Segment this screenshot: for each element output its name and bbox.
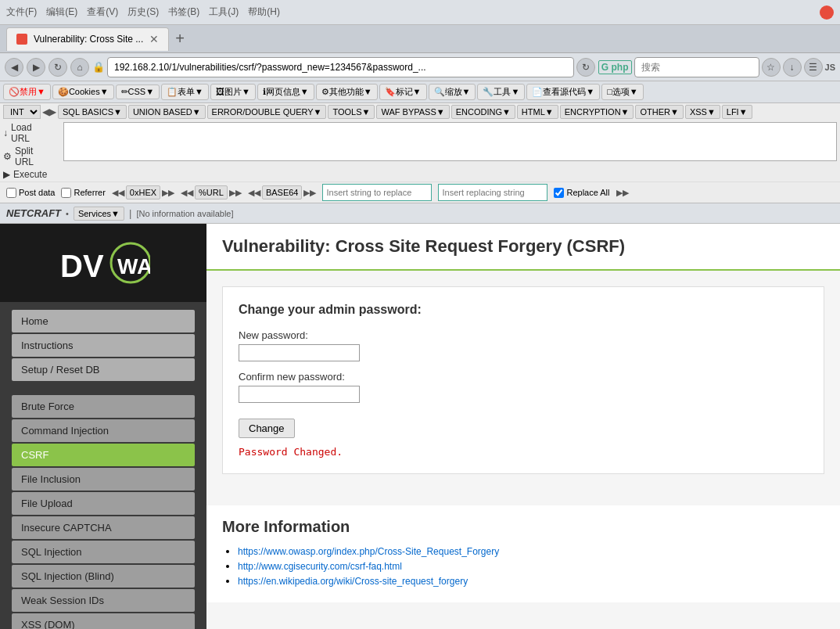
menu-btn[interactable]: ☰ <box>804 58 823 77</box>
browser-titlebar: 文件(F) 编辑(E) 查看(V) 历史(S) 书签(B) 工具(J) 帮助(H… <box>0 0 840 25</box>
reload-btn[interactable]: ↻ <box>48 58 67 77</box>
hackbar-encryption[interactable]: ENCRYPTION▼ <box>560 105 634 119</box>
list-item: https://en.wikipedia.org/wiki/Cross-site… <box>238 575 824 587</box>
sidebar-item-command-injection[interactable]: Command Injection <box>12 419 195 442</box>
replacing-input[interactable] <box>438 184 547 201</box>
sidebar: DV WA Home Instructions Setup / Reset DB… <box>0 224 206 629</box>
bookmark-btn[interactable]: ☆ <box>762 58 781 77</box>
netcraft-services-btn[interactable]: Services▼ <box>74 207 124 221</box>
address-input[interactable] <box>107 57 574 77</box>
hackbar-lfi[interactable]: LFI▼ <box>722 105 752 119</box>
hackbar-html[interactable]: HTML▼ <box>517 105 558 119</box>
postdata-checkbox[interactable] <box>6 188 16 198</box>
sidebar-item-sql-injection-blind[interactable]: SQL Injection (Blind) <box>12 565 195 588</box>
more-info-title: More Information <box>222 518 824 536</box>
encode-0xhex[interactable]: ◀◀ 0xHEX ▶▶ <box>112 185 174 199</box>
hackbar-textarea[interactable] <box>63 122 837 161</box>
misc-btn[interactable]: ⚙其他功能▼ <box>316 84 378 100</box>
content-body: Change your admin password: New password… <box>206 271 840 505</box>
arrow-right-2: ▶▶ <box>303 188 316 198</box>
confirm-password-input[interactable] <box>239 386 360 403</box>
more-info-link-0[interactable]: https://www.owasp.org/index.php/Cross-Si… <box>238 546 499 557</box>
new-password-label: New password: <box>239 329 808 341</box>
arrow-left-1: ◀◀ <box>181 188 193 198</box>
sidebar-item-file-inclusion[interactable]: File Inclusion <box>12 468 195 491</box>
home-btn[interactable]: ⌂ <box>70 58 89 77</box>
sidebar-item-weak-session[interactable]: Weak Session IDs <box>12 589 195 612</box>
hackbar-encoding[interactable]: ENCODING▼ <box>451 105 515 119</box>
sidebar-item-setup[interactable]: Setup / Reset DB <box>12 358 195 381</box>
sidebar-item-brute-force[interactable]: Brute Force <box>12 395 195 418</box>
hackbar-waf[interactable]: WAF BYPASS▼ <box>376 105 449 119</box>
active-tab[interactable]: Vulnerability: Cross Site ... ✕ <box>6 27 169 51</box>
success-message: Password Changed. <box>239 446 808 458</box>
refresh-btn[interactable]: ↻ <box>576 58 595 77</box>
sidebar-item-sql-injection[interactable]: SQL Injection <box>12 541 195 563</box>
replace-all-checkbox[interactable] <box>554 188 564 198</box>
sidebar-vuln-section: Brute Force Command Injection CSRF File … <box>12 395 195 629</box>
new-password-group: New password: <box>239 329 808 361</box>
sidebar-item-xss-dom[interactable]: XSS (DOM) <box>12 613 195 629</box>
int-select[interactable]: INT <box>3 105 41 119</box>
referrer-checkbox-label[interactable]: Referrer <box>61 188 105 198</box>
encode-url[interactable]: ◀◀ %URL ▶▶ <box>181 185 242 199</box>
int-selector[interactable]: INT ◀▶ <box>3 105 56 119</box>
replace-input[interactable] <box>322 184 432 201</box>
encode-url-btn[interactable]: %URL <box>195 185 228 199</box>
search-input[interactable] <box>634 57 759 77</box>
split-url-btn[interactable]: ⚙ Split URL <box>3 146 51 167</box>
hackbar-error[interactable]: ERROR/DOUBLE QUERY▼ <box>207 105 327 119</box>
forward-btn[interactable]: ▶ <box>27 58 45 77</box>
address-bar-row: ◀ ▶ ↻ ⌂ 🔒 ↻ G php ☆ ↓ ☰ JS <box>0 53 840 81</box>
postdata-checkbox-label[interactable]: Post data <box>6 188 55 198</box>
hackbar-xss[interactable]: XSS▼ <box>685 105 720 119</box>
sidebar-main-section: Home Instructions Setup / Reset DB <box>12 310 195 381</box>
images-btn[interactable]: 🖼图片▼ <box>210 84 256 100</box>
dvwa-logo-area: DV WA <box>8 239 199 286</box>
cookies-btn[interactable]: 🍪Cookies▼ <box>52 84 114 99</box>
hackbar-tools[interactable]: TOOLS▼ <box>328 105 375 119</box>
referrer-checkbox[interactable] <box>61 188 71 198</box>
download-btn[interactable]: ↓ <box>783 58 802 77</box>
execute-icon: ▶ <box>3 169 10 180</box>
encode-base64[interactable]: ◀◀ BASE64 ▶▶ <box>248 185 317 199</box>
arrow-left-0: ◀◀ <box>112 188 124 198</box>
options-btn[interactable]: □选项▼ <box>601 84 644 100</box>
change-password-btn[interactable]: Change <box>239 419 295 438</box>
split-url-label: Split URL <box>15 146 51 167</box>
sidebar-item-insecure-captcha[interactable]: Insecure CAPTCHA <box>12 516 195 539</box>
list-item: https://www.owasp.org/index.php/Cross-Si… <box>238 545 824 557</box>
hackbar-union[interactable]: UNION BASED▼ <box>128 105 206 119</box>
replace-all-label[interactable]: Replace All <box>554 188 609 198</box>
search-engine-badge: G php <box>598 60 632 74</box>
more-info-link-2[interactable]: https://en.wikipedia.org/wiki/Cross-site… <box>238 576 468 587</box>
new-tab-btn[interactable]: + <box>169 30 191 48</box>
netcraft-brand: NETCRAFT <box>6 207 61 219</box>
mark-btn[interactable]: 🔖标记▼ <box>379 84 427 100</box>
more-info-link-1[interactable]: http://www.cgisecurity.com/csrf-faq.html <box>238 561 402 572</box>
tab-title: Vulnerability: Cross Site ... <box>34 34 143 45</box>
new-password-input[interactable] <box>239 344 360 361</box>
sidebar-item-home[interactable]: Home <box>12 310 195 332</box>
close-window-btn[interactable] <box>820 5 834 20</box>
sidebar-item-csrf[interactable]: CSRF <box>12 444 195 466</box>
tab-close-btn[interactable]: ✕ <box>149 33 159 45</box>
confirm-password-group: Confirm new password: <box>239 371 808 403</box>
hackbar-other[interactable]: OTHER▼ <box>635 105 683 119</box>
tools-btn[interactable]: 🔧工具▼ <box>477 84 525 100</box>
sidebar-item-instructions[interactable]: Instructions <box>12 334 195 357</box>
source-btn[interactable]: 📄查看源代码▼ <box>526 84 600 100</box>
hackbar-sql-basics[interactable]: SQL BASICS▼ <box>58 105 127 119</box>
pageinfo-btn[interactable]: ℹ网页信息▼ <box>257 84 314 100</box>
sidebar-item-file-upload[interactable]: File Upload <box>12 492 195 515</box>
css-btn[interactable]: ✏CSS▼ <box>116 84 160 99</box>
execute-btn[interactable]: ▶ Execute <box>3 169 51 180</box>
encode-0xhex-btn[interactable]: 0xHEX <box>126 185 160 199</box>
arrow-left-2: ◀◀ <box>248 188 260 198</box>
disable-btn[interactable]: 🚫禁用▼ <box>3 84 51 100</box>
zoom-btn[interactable]: 🔍缩放▼ <box>429 84 476 100</box>
load-url-btn[interactable]: ↓ Load URL <box>3 122 51 144</box>
back-btn[interactable]: ◀ <box>5 58 23 77</box>
encode-base64-btn[interactable]: BASE64 <box>262 185 303 199</box>
forms-btn[interactable]: 📋表单▼ <box>161 84 209 100</box>
